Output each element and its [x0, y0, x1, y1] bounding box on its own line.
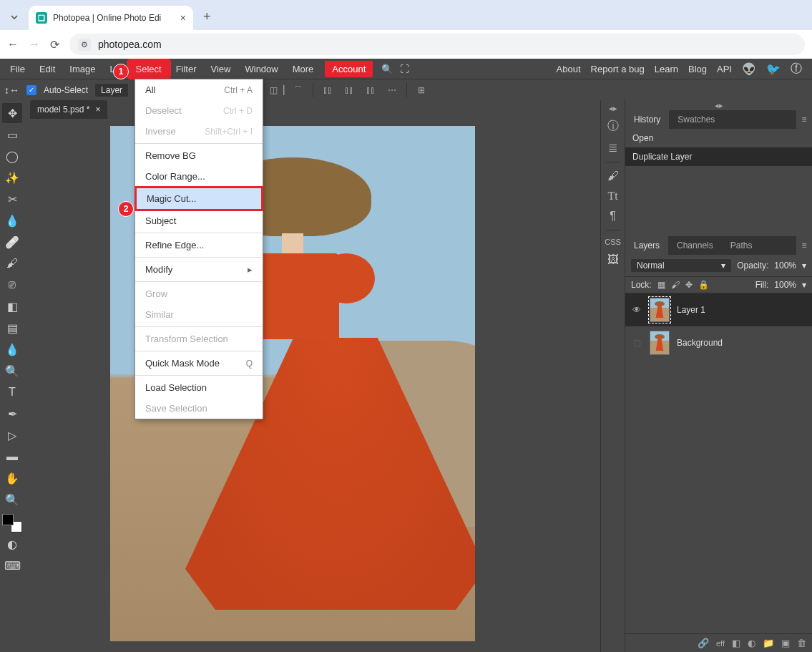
- blend-mode-select[interactable]: Normal ▾: [631, 259, 731, 272]
- adjustment-layer-icon[interactable]: ◐: [748, 638, 755, 648]
- info-icon[interactable]: ⓘ: [607, 119, 619, 134]
- link-about[interactable]: About: [557, 64, 581, 74]
- dodge-tool[interactable]: 🔍: [2, 361, 22, 381]
- history-item-duplicate-layer[interactable]: Duplicate Layer: [625, 147, 812, 166]
- healing-tool[interactable]: 🩹: [2, 232, 22, 252]
- tab-channels[interactable]: Channels: [668, 236, 722, 255]
- new-layer-icon[interactable]: ▣: [781, 638, 790, 648]
- adjustments-icon[interactable]: ≣: [608, 141, 617, 155]
- reload-icon[interactable]: ⟳: [50, 38, 59, 52]
- magic-wand-tool[interactable]: ✨: [2, 167, 22, 188]
- blur-tool[interactable]: 💧: [2, 339, 22, 359]
- character-panel-icon[interactable]: Tt: [607, 190, 617, 203]
- collapse-arrows-icon[interactable]: ◂▸: [625, 100, 812, 110]
- foreground-color-swatch[interactable]: [2, 514, 14, 525]
- align-right-icon[interactable]: ◫▕: [270, 83, 284, 97]
- color-swatches[interactable]: [2, 514, 22, 532]
- chevron-down-icon[interactable]: ▾: [802, 261, 806, 271]
- quick-mask-icon[interactable]: ◐: [2, 534, 22, 554]
- distribute-spacing-icon[interactable]: ⫿⫿: [363, 83, 378, 97]
- align-top-icon[interactable]: ⎴: [291, 83, 305, 97]
- layer-select-dropdown[interactable]: Layer: [95, 84, 128, 97]
- layer-thumbnail[interactable]: [650, 331, 670, 355]
- lasso-tool[interactable]: ◯: [2, 146, 22, 166]
- grid-icon[interactable]: ⊞: [414, 83, 429, 97]
- type-tool[interactable]: T: [2, 382, 22, 402]
- marquee-tool[interactable]: ▭: [2, 125, 22, 145]
- move-tool-icon[interactable]: ↕↔: [4, 84, 19, 96]
- collapse-arrows-icon[interactable]: ◂▸: [609, 104, 617, 112]
- link-blog[interactable]: Blog: [688, 64, 707, 74]
- paragraph-panel-icon[interactable]: ¶: [610, 210, 616, 223]
- menuitem-load-selection[interactable]: Load Selection: [135, 377, 263, 398]
- layer-row[interactable]: ▢ Background: [625, 326, 812, 359]
- link-learn[interactable]: Learn: [655, 64, 678, 74]
- auto-select-checkbox[interactable]: ✓: [26, 85, 36, 95]
- history-item-open[interactable]: Open: [625, 129, 812, 147]
- menuitem-subject[interactable]: Subject: [135, 210, 263, 231]
- menu-image[interactable]: Image: [62, 61, 102, 77]
- menu-select[interactable]: Select: [129, 61, 169, 77]
- tab-list-chevron[interactable]: [6, 9, 23, 26]
- twitter-icon[interactable]: 🐦: [766, 62, 781, 76]
- menuitem-remove-bg[interactable]: Remove BG: [135, 145, 263, 166]
- tab-paths[interactable]: Paths: [722, 236, 761, 255]
- clone-stamp-tool[interactable]: ⎚: [2, 275, 22, 295]
- move-tool[interactable]: ✥: [2, 103, 22, 123]
- menu-filter[interactable]: Filter: [169, 61, 204, 77]
- rectangle-tool[interactable]: ▬: [2, 447, 22, 467]
- panel-menu-icon[interactable]: ≡: [796, 236, 812, 255]
- distribute-h-icon[interactable]: ⫿⫿: [321, 83, 335, 97]
- menuitem-magic-cut[interactable]: Magic Cut...: [134, 186, 263, 211]
- panel-menu-icon[interactable]: ≡: [796, 110, 812, 129]
- fullscreen-icon[interactable]: ⛶: [400, 64, 409, 74]
- path-select-tool[interactable]: ▷: [2, 425, 22, 445]
- link-layers-icon[interactable]: 🔗: [698, 638, 709, 648]
- delete-layer-icon[interactable]: 🗑: [797, 638, 806, 648]
- lock-position-icon[interactable]: ✥: [685, 280, 693, 290]
- chevron-down-icon[interactable]: ▾: [802, 280, 806, 290]
- tab-layers[interactable]: Layers: [625, 236, 668, 255]
- more-align-icon[interactable]: ⋯: [385, 83, 399, 97]
- layer-mask-icon[interactable]: ◧: [732, 638, 740, 648]
- close-icon[interactable]: ×: [95, 104, 100, 115]
- eyedropper-tool[interactable]: 💧: [2, 210, 22, 230]
- menu-window[interactable]: Window: [238, 61, 285, 77]
- tab-history[interactable]: History: [625, 110, 669, 129]
- fill-value[interactable]: 100%: [774, 280, 796, 290]
- tab-swatches[interactable]: Swatches: [669, 110, 723, 129]
- lock-transparency-icon[interactable]: ▦: [657, 280, 665, 290]
- menuitem-all[interactable]: AllCtrl + A: [135, 79, 263, 100]
- image-panel-icon[interactable]: 🖼: [607, 253, 619, 266]
- opacity-value[interactable]: 100%: [774, 261, 796, 271]
- facebook-icon[interactable]: ⓕ: [791, 62, 802, 77]
- url-bar[interactable]: ⚙ photopea.com: [69, 34, 805, 55]
- search-icon[interactable]: 🔍: [381, 64, 393, 74]
- visibility-toggle-icon[interactable]: ▢: [631, 338, 642, 348]
- link-api[interactable]: API: [717, 64, 732, 74]
- eraser-tool[interactable]: ◧: [2, 296, 22, 316]
- layer-thumbnail[interactable]: [650, 298, 670, 322]
- document-tab[interactable]: model 5.psd * ×: [30, 100, 107, 119]
- lock-pixels-icon[interactable]: 🖌: [671, 280, 680, 290]
- zoom-tool[interactable]: 🔍: [2, 490, 22, 510]
- reddit-icon[interactable]: 👽: [742, 62, 756, 76]
- brush-tool[interactable]: 🖌: [2, 253, 22, 273]
- new-folder-icon[interactable]: 📁: [763, 638, 774, 648]
- brush-panel-icon[interactable]: 🖌: [607, 170, 619, 183]
- new-tab-button[interactable]: +: [199, 9, 215, 24]
- menu-view[interactable]: View: [204, 61, 238, 77]
- menuitem-quick-mask-mode[interactable]: Quick Mask ModeQ: [135, 353, 263, 374]
- gradient-tool[interactable]: ▤: [2, 318, 22, 338]
- keyboard-icon[interactable]: ⌨: [2, 555, 22, 575]
- browser-tab[interactable]: ❏ Photopea | Online Photo Edi ×: [29, 6, 193, 30]
- layer-row[interactable]: 👁 Layer 1: [625, 293, 812, 326]
- visibility-toggle-icon[interactable]: 👁: [631, 305, 642, 315]
- menu-file[interactable]: File: [3, 61, 32, 77]
- layer-effects-icon[interactable]: eff: [716, 639, 725, 648]
- site-settings-icon[interactable]: ⚙: [78, 39, 91, 51]
- back-icon[interactable]: ←: [7, 38, 19, 51]
- crop-tool[interactable]: ✂: [2, 189, 22, 209]
- menuitem-refine-edge[interactable]: Refine Edge...: [135, 235, 263, 256]
- menu-more[interactable]: More: [285, 61, 321, 77]
